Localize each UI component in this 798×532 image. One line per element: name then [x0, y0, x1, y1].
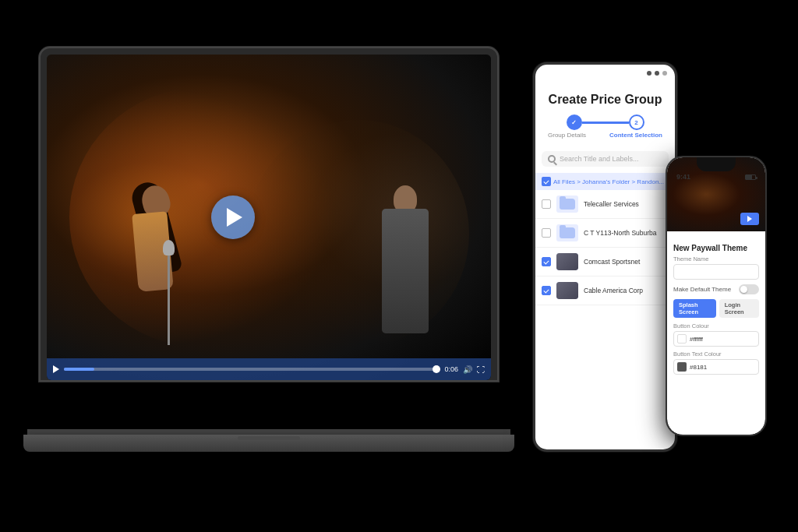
volume-icon[interactable]: 🔊	[463, 365, 472, 374]
file-icon-0	[556, 196, 578, 213]
step-2-label: Content Selection	[609, 132, 662, 139]
make-default-row: Make Default Theme	[673, 284, 759, 294]
breadcrumb-text: All Files > Johanna's Folder > Randon...	[553, 178, 664, 185]
file-item-0[interactable]: Telecaller Services	[535, 190, 675, 219]
phone-screen: 9:41 New Paywall Theme Theme Name	[667, 157, 765, 435]
file-checkbox-2[interactable]	[542, 257, 551, 266]
time-label: 0:06	[444, 365, 458, 373]
button-color-input[interactable]: #ffffff	[673, 331, 759, 347]
tablet-content: Create Price Group ✓ 2 Group Details Con…	[535, 82, 675, 449]
button-color-label: Button Colour	[673, 322, 759, 329]
battery-icon	[745, 174, 756, 180]
search-bar[interactable]: Search Title and Labels...	[542, 151, 669, 167]
battery-fill	[746, 175, 752, 179]
folder-icon-1	[560, 227, 575, 238]
check-2	[543, 259, 549, 264]
button-text-color-label: Button Text Colour	[673, 351, 759, 358]
singer-body	[125, 185, 187, 341]
phone-play-triangle	[747, 216, 752, 222]
folder-icon-0	[560, 199, 575, 210]
stage-glow-right	[247, 120, 469, 348]
toggle-knob	[740, 286, 747, 293]
button-text-color-swatch	[677, 362, 687, 372]
play-icon[interactable]	[53, 365, 59, 373]
progress-fill	[64, 368, 94, 371]
file-name-3: Cable America Corp	[584, 287, 669, 294]
step-1-circle: ✓	[567, 115, 582, 130]
file-item-2[interactable]: Comcast Sportsnet	[535, 248, 675, 277]
step-labels: Group Details Content Selection	[545, 132, 666, 139]
make-default-toggle[interactable]	[739, 284, 759, 294]
file-name-1: C T Y113-North Suburba	[584, 229, 669, 237]
video-thumb-3	[556, 282, 578, 299]
guitarist-body	[382, 209, 429, 333]
fullscreen-icon[interactable]: ⛶	[477, 365, 485, 374]
status-dot-1	[647, 71, 651, 76]
play-button[interactable]	[211, 196, 255, 239]
concert-background: 0:06 🔊 ⛶	[47, 55, 491, 380]
check-mark	[543, 178, 549, 184]
file-checkbox-1[interactable]	[542, 228, 551, 238]
file-item-1[interactable]: C T Y113-North Suburba	[535, 219, 675, 248]
theme-name-label: Theme Name	[673, 255, 759, 262]
laptop-screen-outer: 0:06 🔊 ⛶	[39, 47, 499, 382]
file-name-2: Comcast Sportsnet	[584, 258, 669, 266]
laptop-base	[23, 435, 514, 452]
button-color-value: #ffffff	[690, 336, 703, 343]
file-icon-2	[556, 253, 578, 270]
file-icon-1	[556, 224, 578, 241]
video-controls: 0:06 🔊 ⛶	[47, 358, 491, 380]
phone-section-title: New Paywall Theme	[673, 244, 759, 252]
tab-splash-screen[interactable]: Splash Screen	[673, 299, 716, 318]
breadcrumb-row: All Files > Johanna's Folder > Randon...	[535, 173, 675, 190]
phone-tabs: Splash Screen Login Screen	[673, 299, 759, 318]
theme-name-input[interactable]	[673, 264, 759, 280]
search-icon	[548, 155, 556, 163]
stepper: ✓ 2	[545, 115, 666, 130]
status-dot-2	[655, 71, 659, 76]
laptop: 0:06 🔊 ⛶	[39, 47, 522, 452]
guitarist	[382, 209, 429, 333]
button-text-color-input[interactable]: #8181	[673, 359, 759, 375]
tablet-status-bar	[535, 65, 675, 82]
phone-notch	[697, 157, 736, 171]
progress-bar[interactable]	[64, 368, 440, 371]
phone: 9:41 New Paywall Theme Theme Name	[666, 156, 767, 436]
video-thumb-2	[556, 253, 578, 270]
file-item-3[interactable]: Cable America Corp	[535, 277, 675, 305]
file-name-0: Telecaller Services	[584, 200, 669, 208]
step-1-label: Group Details	[548, 132, 586, 139]
step-line	[582, 122, 629, 124]
tablet-header: Create Price Group ✓ 2 Group Details Con…	[535, 82, 675, 151]
file-list: Telecaller Services C T Y113-North Subur…	[535, 190, 675, 305]
mic-stand	[168, 252, 170, 345]
phone-play-button[interactable]	[740, 213, 759, 225]
file-checkbox-3[interactable]	[542, 286, 551, 295]
check-3	[543, 287, 549, 293]
file-icon-3	[556, 282, 578, 299]
progress-dot	[433, 365, 440, 373]
step-2-circle: 2	[629, 115, 644, 130]
tablet: Create Price Group ✓ 2 Group Details Con…	[533, 62, 677, 452]
button-text-color-value: #8181	[690, 364, 707, 371]
laptop-screen: 0:06 🔊 ⛶	[47, 55, 491, 380]
phone-form: New Paywall Theme Theme Name Make Defaul…	[667, 231, 765, 385]
status-dot-3	[662, 71, 667, 76]
search-placeholder: Search Title and Labels...	[560, 155, 639, 163]
tab-login-screen[interactable]: Login Screen	[719, 299, 759, 318]
phone-time: 9:41	[676, 173, 690, 181]
file-checkbox-0[interactable]	[542, 199, 551, 209]
button-color-swatch	[677, 334, 687, 344]
make-default-label: Make Default Theme	[673, 286, 731, 293]
scene: 0:06 🔊 ⛶ Create Price Group ✓	[0, 0, 798, 532]
tablet-title: Create Price Group	[545, 93, 666, 107]
breadcrumb-checkbox[interactable]	[542, 177, 551, 186]
phone-status-icons	[745, 174, 756, 180]
mic-head	[163, 240, 175, 255]
